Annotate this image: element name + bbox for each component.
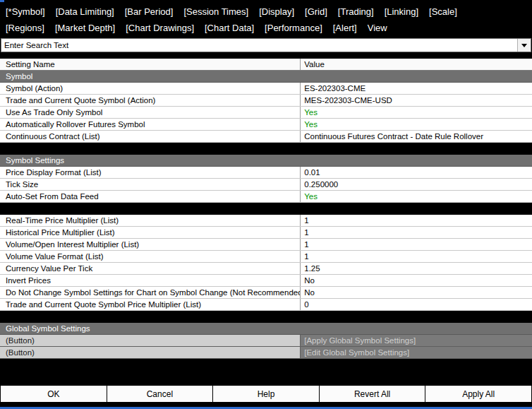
ok-button[interactable]: OK	[0, 385, 107, 403]
window-corner-accent	[0, 0, 4, 2]
tab-row-1: [*Symbol][Data Limiting][Bar Period][Ses…	[6, 4, 532, 20]
setting-name-cell: Continuous Contract (List)	[0, 131, 300, 142]
settings-row-automatically-rollover-futures-symbol[interactable]: Automatically Rollover Futures SymbolYes	[0, 119, 532, 131]
settings-row-use-as-trade-only-symbol[interactable]: Use As Trade Only SymbolYes	[0, 107, 532, 119]
settings-tab-chart-data[interactable]: [Chart Data]	[205, 23, 254, 33]
row-spacer	[0, 311, 532, 323]
search-dropdown-button[interactable]	[517, 39, 531, 52]
setting-name-cell: Use As Trade Only Symbol	[0, 107, 300, 118]
setting-name-cell: Automatically Rollover Futures Symbol	[0, 119, 300, 130]
setting-value-cell[interactable]: 1	[300, 251, 532, 262]
setting-value-cell[interactable]: Yes	[300, 191, 532, 202]
setting-value-cell[interactable]: 0	[300, 299, 532, 310]
settings-tab-regions[interactable]: [Regions]	[6, 23, 44, 33]
settings-row-continuous-contract-list[interactable]: Continuous Contract (List)Continuous Fut…	[0, 131, 532, 143]
setting-name-cell: Symbol (Action)	[0, 83, 300, 94]
table-header-row: Setting Name Value	[0, 59, 532, 71]
settings-tab-data-limiting[interactable]: [Data Limiting]	[56, 6, 114, 17]
settings-tab-session-times[interactable]: [Session Times]	[183, 6, 248, 17]
settings-row-tick-size[interactable]: Tick Size0.250000	[0, 179, 532, 191]
settings-tab-linking[interactable]: [Linking]	[385, 6, 418, 17]
settings-tab-bar: [*Symbol][Data Limiting][Bar Period][Ses…	[0, 0, 532, 37]
section-header-global-symbol-settings: Global Symbol Settings	[0, 323, 532, 335]
setting-name-cell: (Button)	[0, 335, 300, 346]
settings-tab-alert[interactable]: [Alert]	[333, 23, 357, 33]
section-header-symbol: Symbol	[0, 71, 532, 83]
settings-row-historical-price-multiplier-list[interactable]: Historical Price Multiplier (List)1	[0, 227, 532, 239]
settings-row-volume-open-interest-multiplier-list[interactable]: Volume/Open Interest Multiplier (List)1	[0, 239, 532, 251]
setting-name-cell: Trade and Current Quote Symbol Price Mul…	[0, 299, 300, 310]
row-spacer	[0, 143, 532, 155]
section-header-symbol-settings: Symbol Settings	[0, 155, 532, 167]
cancel-button[interactable]: Cancel	[107, 385, 213, 403]
setting-name-cell: Trade and Current Quote Symbol (Action)	[0, 95, 300, 106]
settings-table: Setting Name Value SymbolSymbol (Action)…	[0, 59, 532, 359]
dialog-button-bar: OKCancelHelpRevert AllApply All	[0, 385, 532, 403]
settings-row-currency-value-per-tick[interactable]: Currency Value Per Tick1.25	[0, 263, 532, 275]
setting-value-cell[interactable]: 1.25	[300, 263, 532, 274]
section-header-label: Global Symbol Settings	[0, 323, 532, 334]
settings-tab-chart-drawings[interactable]: [Chart Drawings]	[126, 23, 194, 33]
row-spacer	[0, 203, 532, 215]
settings-row-volume-value-format-list[interactable]: Volume Value Format (List)1	[0, 251, 532, 263]
settings-row-trade-and-current-quote-symbol-price-multiplier-list[interactable]: Trade and Current Quote Symbol Price Mul…	[0, 299, 532, 311]
chart-settings-window: [*Symbol][Data Limiting][Bar Period][Ses…	[0, 0, 532, 409]
setting-value-cell[interactable]: MES-202303-CME-USD	[300, 95, 532, 106]
setting-value-cell[interactable]: 1	[300, 215, 532, 226]
setting-value-cell[interactable]: 1	[300, 227, 532, 238]
settings-row-do-not-change-symbol-settings-for-chart-on-symbol-change-not-recommended[interactable]: Do Not Change Symbol Settings for Chart …	[0, 287, 532, 299]
chevron-down-icon	[521, 44, 527, 47]
setting-name-cell: Tick Size	[0, 179, 300, 190]
settings-tab-market-depth[interactable]: [Market Depth]	[55, 23, 115, 33]
setting-search-combo	[1, 38, 531, 52]
setting-value-cell[interactable]: Continuous Futures Contract - Date Rule …	[300, 131, 532, 142]
settings-row-real-time-price-multiplier-list[interactable]: Real-Time Price Multiplier (List)1	[0, 215, 532, 227]
settings-tab-trading[interactable]: [Trading]	[338, 6, 374, 17]
settings-tab-bar-period[interactable]: [Bar Period]	[125, 6, 174, 17]
setting-value-cell[interactable]: Yes	[300, 119, 532, 130]
column-header-setting-name: Setting Name	[0, 59, 300, 70]
setting-button-apply-global-symbol-settings[interactable]: [Apply Global Symbol Settings]	[300, 335, 532, 346]
setting-name-cell: (Button)	[0, 347, 300, 358]
settings-tab-view[interactable]: View	[368, 23, 387, 33]
section-header-label: Symbol Settings	[0, 155, 532, 166]
setting-button-edit-global-symbol-settings[interactable]: [Edit Global Symbol Settings]	[300, 347, 532, 358]
setting-name-cell: Historical Price Multiplier (List)	[0, 227, 300, 238]
settings-tab-scale[interactable]: [Scale]	[429, 6, 457, 17]
settings-tab-grid[interactable]: [Grid]	[305, 6, 327, 17]
setting-value-cell[interactable]: No	[300, 275, 532, 286]
settings-row-price-display-format-list[interactable]: Price Display Format (List)0.01	[0, 167, 532, 179]
setting-name-cell: Invert Prices	[0, 275, 300, 286]
settings-button-row: (Button)[Apply Global Symbol Settings]	[0, 335, 532, 347]
setting-value-cell[interactable]: 0.01	[300, 167, 532, 178]
tab-row-2: [Regions][Market Depth][Chart Drawings][…	[6, 20, 532, 36]
setting-name-cell: Volume/Open Interest Multiplier (List)	[0, 239, 300, 250]
section-header-label: Symbol	[0, 71, 532, 82]
setting-value-cell[interactable]: Yes	[300, 107, 532, 118]
settings-tab-display[interactable]: [Display]	[259, 6, 294, 17]
setting-value-cell[interactable]: 1	[300, 239, 532, 250]
settings-button-row: (Button)[Edit Global Symbol Settings]	[0, 347, 532, 359]
setting-name-cell: Volume Value Format (List)	[0, 251, 300, 262]
settings-row-auto-set-from-data-feed[interactable]: Auto-Set From Data FeedYes	[0, 191, 532, 203]
setting-name-cell: Price Display Format (List)	[0, 167, 300, 178]
setting-name-cell: Real-Time Price Multiplier (List)	[0, 215, 300, 226]
setting-value-cell[interactable]: 0.250000	[300, 179, 532, 190]
setting-name-cell: Do Not Change Symbol Settings for Chart …	[0, 287, 300, 298]
settings-row-invert-prices[interactable]: Invert PricesNo	[0, 275, 532, 287]
setting-name-cell: Auto-Set From Data Feed	[0, 191, 300, 202]
settings-row-trade-and-current-quote-symbol-action[interactable]: Trade and Current Quote Symbol (Action)M…	[0, 95, 532, 107]
revert-all-button[interactable]: Revert All	[319, 385, 425, 403]
setting-value-cell[interactable]: No	[300, 287, 532, 298]
setting-name-cell: Currency Value Per Tick	[0, 263, 300, 274]
settings-row-symbol-action[interactable]: Symbol (Action)ES-202303-CME	[0, 83, 532, 95]
apply-all-button[interactable]: Apply All	[425, 385, 532, 403]
setting-value-cell[interactable]: ES-202303-CME	[300, 83, 532, 94]
settings-tab-symbol[interactable]: [*Symbol]	[6, 6, 45, 17]
help-button[interactable]: Help	[212, 385, 319, 403]
column-header-value: Value	[300, 59, 532, 70]
settings-tab-performance[interactable]: [Performance]	[265, 23, 322, 33]
empty-area	[0, 359, 532, 385]
search-input[interactable]	[1, 39, 517, 52]
